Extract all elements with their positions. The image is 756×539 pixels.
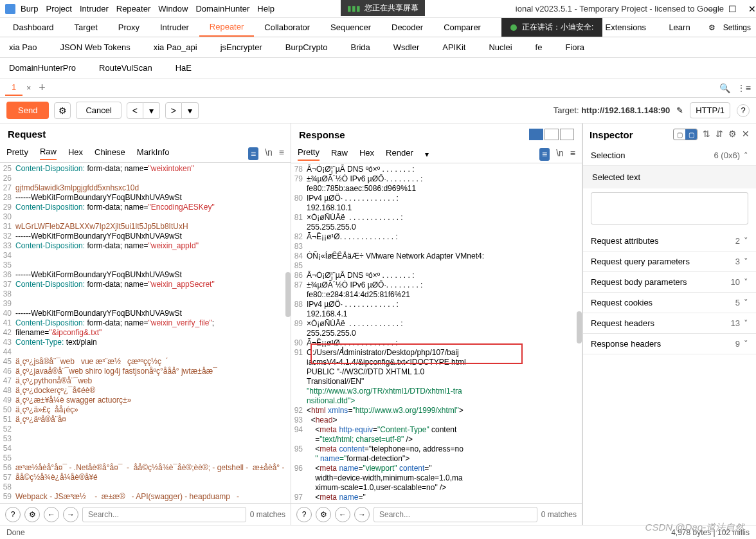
selected-text-box[interactable] [591, 192, 748, 224]
close-tab-icon[interactable]: × [26, 84, 31, 93]
exttab-domainhunterpro[interactable]: DomainHunterPro [5, 60, 80, 75]
newline-icon[interactable]: \n [556, 148, 564, 161]
menu-burp[interactable]: Burp [21, 4, 38, 14]
minimize-icon[interactable]: — [708, 4, 717, 14]
tab-target[interactable]: Target [64, 19, 108, 36]
request-title: Request [8, 129, 46, 140]
exttab-xia-pao_api[interactable]: xia Pao_api [150, 40, 201, 55]
action-bar: Send ⚙ Cancel < ▾ > ▾ Target: http://192… [0, 98, 756, 123]
viewtab-raw[interactable]: Raw [40, 147, 57, 160]
list-icon[interactable]: ⋮≡ [737, 83, 751, 93]
viewtab-hex[interactable]: Hex [68, 147, 83, 160]
help-icon[interactable]: ? [737, 104, 750, 117]
inspector-request-body-parameters[interactable]: Request body parameters10˅ [583, 272, 756, 293]
request-search-input[interactable] [82, 507, 246, 522]
exttab-wsdler[interactable]: Wsdler [390, 40, 423, 55]
exttab-xia-pao[interactable]: xia Pao [5, 40, 40, 55]
exttab-jsencrypter[interactable]: jsEncrypter [217, 40, 266, 55]
newline-icon[interactable]: \n [265, 147, 273, 160]
search-next-icon[interactable]: → [63, 507, 78, 522]
search-prev-icon[interactable]: ← [335, 507, 350, 522]
search-next-icon[interactable]: → [354, 507, 370, 522]
inspector-request-cookies[interactable]: Request cookies5˅ [583, 293, 756, 313]
tab-intruder[interactable]: Intruder [150, 19, 199, 36]
layout-toggle[interactable] [529, 129, 574, 140]
chevron-down-icon[interactable]: ▾ [425, 150, 429, 159]
response-viewer[interactable]: I 78Ã¬Ó¡Ø¦¨µÃ DNS ºó×º . . . . . . . :79… [291, 163, 582, 503]
hamburger-icon[interactable]: ≡ [279, 147, 284, 160]
inspector-request-headers[interactable]: Request headers13˅ [583, 313, 756, 334]
search-help-icon[interactable]: ? [296, 507, 312, 522]
viewtab-pretty[interactable]: Pretty [6, 147, 28, 160]
exttab-routevulscan[interactable]: RouteVulScan [95, 60, 156, 75]
history-back-menu[interactable]: ▾ [143, 102, 160, 119]
tab-extensions[interactable]: Extensions [595, 19, 657, 36]
request-editor[interactable]: 25Content-Disposition: form-data; name="… [0, 163, 291, 503]
menu-domainhunter[interactable]: DomainHunter [195, 4, 249, 14]
exttab-brida[interactable]: Brida [346, 40, 374, 55]
inspector-request-query-parameters[interactable]: Request query parameters3˅ [583, 251, 756, 272]
menu-repeater[interactable]: Repeater [116, 4, 150, 14]
viewtab-hex[interactable]: Hex [359, 148, 374, 160]
viewtab-raw[interactable]: Raw [331, 148, 348, 160]
send-button[interactable]: Send [6, 102, 49, 119]
inspector-close-icon[interactable]: ✕ [742, 129, 750, 140]
tab-proxy[interactable]: Proxy [108, 19, 150, 36]
tab-collaborator[interactable]: Collaborator [254, 19, 320, 36]
collapse-icon[interactable]: ⇵ [716, 129, 723, 140]
exttab-apikit[interactable]: APIKit [438, 40, 469, 55]
exttab-json-web-tokens[interactable]: JSON Web Tokens [56, 40, 134, 55]
menu-intruder[interactable]: Intruder [80, 4, 109, 14]
exttab-burpcrypto[interactable]: BurpCrypto [282, 40, 332, 55]
http-version[interactable]: HTTP/1 [690, 102, 730, 118]
inspector-request-attributes[interactable]: Request attributes2˅ [583, 231, 756, 251]
response-matches: 0 matches [541, 510, 577, 519]
viewtab-chinese[interactable]: Chinese [94, 147, 125, 160]
request-settings-icon[interactable]: ⚙ [54, 102, 71, 119]
viewtab-render[interactable]: Render [386, 148, 413, 160]
search-help-icon[interactable]: ? [5, 507, 21, 522]
request-actions-icon[interactable]: ≡ [248, 147, 258, 160]
exttab-nuclei[interactable]: Nuclei [485, 40, 516, 55]
tab-decoder[interactable]: Decoder [381, 19, 433, 36]
menu-help[interactable]: Help [257, 4, 274, 14]
maximize-icon[interactable]: ☐ [728, 4, 737, 14]
search-prev-icon[interactable]: ← [44, 507, 59, 522]
viewtab-markinfo[interactable]: MarkInfo [137, 147, 170, 160]
response-scrollbar[interactable] [577, 311, 582, 343]
request-scrollbar[interactable] [285, 272, 291, 317]
inspector-gear-icon[interactable]: ⚙ [728, 129, 737, 140]
selection-section[interactable]: Selection 6 (0x6)˄ [583, 145, 756, 166]
close-icon[interactable]: ✕ [748, 4, 756, 14]
settings-label[interactable]: Settings [723, 23, 751, 32]
hamburger-icon[interactable]: ≡ [570, 148, 575, 161]
exttab-fe[interactable]: fe [532, 40, 546, 55]
viewtab-pretty[interactable]: Pretty [298, 147, 320, 161]
exttab-fiora[interactable]: Fiora [561, 40, 588, 55]
inspector-response-headers[interactable]: Response headers9˅ [583, 334, 756, 354]
gear-icon[interactable]: ⚙ [708, 23, 716, 32]
learn-tab[interactable]: Learn [658, 19, 700, 36]
tab-1[interactable]: 1 [5, 80, 22, 96]
history-fwd-button[interactable]: > [165, 102, 182, 119]
search-gear-icon[interactable]: ⚙ [24, 507, 40, 522]
cancel-button[interactable]: Cancel [76, 102, 121, 119]
tab-dashboard[interactable]: Dashboard [3, 19, 64, 36]
menu-project[interactable]: Project [46, 4, 71, 14]
history-back-button[interactable]: < [127, 102, 143, 119]
search-gear-icon[interactable]: ⚙ [316, 507, 331, 522]
history-fwd-menu[interactable]: ▾ [182, 102, 199, 119]
menu-bar: BurpProjectIntruderRepeaterWindowDomainH… [21, 4, 274, 14]
edit-target-icon[interactable]: ✎ [676, 105, 683, 115]
tab-repeater[interactable]: Repeater [199, 18, 254, 37]
tab-sequencer[interactable]: Sequencer [320, 19, 381, 36]
tab-comparer[interactable]: Comparer [433, 19, 491, 36]
expand-icon[interactable]: ⇅ [703, 129, 710, 140]
response-search-input[interactable] [374, 507, 537, 522]
search-icon[interactable]: 🔍 [719, 83, 730, 93]
exttab-hae[interactable]: HaE [172, 60, 195, 75]
response-actions-icon[interactable]: ≡ [539, 148, 550, 161]
add-tab-icon[interactable]: + [39, 81, 46, 95]
inspector-view-toggle[interactable]: ▢▢ [673, 129, 698, 140]
menu-window[interactable]: Window [158, 4, 188, 14]
